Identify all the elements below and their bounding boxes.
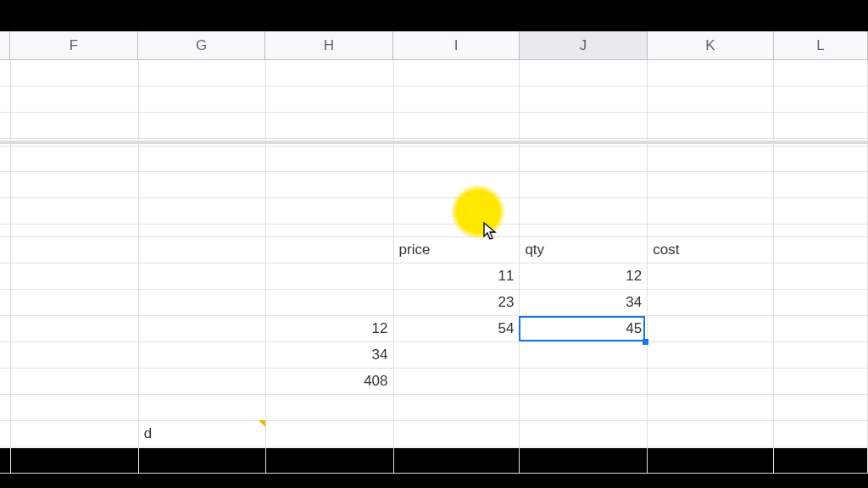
cell[interactable] bbox=[394, 86, 520, 113]
cell[interactable] bbox=[394, 198, 520, 225]
cell[interactable] bbox=[774, 395, 868, 421]
cell[interactable] bbox=[11, 395, 139, 421]
cell[interactable] bbox=[394, 369, 520, 395]
cell[interactable]: 34 bbox=[520, 290, 648, 316]
cell[interactable] bbox=[774, 290, 868, 316]
cell[interactable] bbox=[520, 172, 648, 198]
cell[interactable] bbox=[0, 113, 11, 139]
cell[interactable] bbox=[11, 113, 139, 139]
cell[interactable] bbox=[774, 225, 868, 237]
cell[interactable] bbox=[520, 395, 648, 421]
cell[interactable] bbox=[520, 198, 648, 225]
cell[interactable] bbox=[0, 60, 11, 86]
cell[interactable] bbox=[648, 86, 774, 113]
cell[interactable] bbox=[0, 263, 11, 290]
cell-d[interactable]: d bbox=[139, 421, 266, 447]
fill-handle[interactable] bbox=[643, 339, 648, 345]
cell[interactable] bbox=[139, 198, 266, 225]
cell[interactable] bbox=[394, 342, 520, 369]
cell[interactable] bbox=[520, 342, 648, 369]
cell[interactable] bbox=[648, 395, 774, 421]
cell[interactable] bbox=[774, 113, 868, 139]
cell[interactable] bbox=[266, 172, 394, 198]
cell[interactable] bbox=[648, 290, 774, 316]
cell-selected[interactable]: 45 bbox=[520, 316, 648, 342]
cell[interactable] bbox=[394, 447, 520, 474]
cell[interactable] bbox=[139, 447, 266, 474]
cell[interactable]: 12 bbox=[266, 316, 394, 342]
cell[interactable]: 54 bbox=[394, 316, 520, 342]
cell[interactable]: 23 bbox=[394, 290, 520, 316]
cell[interactable] bbox=[139, 342, 266, 369]
cell[interactable] bbox=[11, 146, 139, 172]
cell[interactable] bbox=[11, 86, 139, 113]
cell[interactable] bbox=[266, 447, 394, 474]
col-header-j[interactable]: J bbox=[520, 31, 648, 59]
frozen-row-divider[interactable] bbox=[0, 141, 868, 144]
cell[interactable] bbox=[394, 225, 520, 237]
col-header-h[interactable]: H bbox=[265, 31, 393, 59]
cell[interactable] bbox=[139, 113, 266, 139]
cell[interactable] bbox=[11, 263, 139, 290]
cell[interactable] bbox=[648, 146, 774, 172]
cell[interactable] bbox=[774, 172, 868, 198]
cell[interactable] bbox=[0, 172, 11, 198]
col-header-stub[interactable] bbox=[0, 31, 10, 59]
cell[interactable] bbox=[266, 421, 394, 447]
cell[interactable] bbox=[11, 369, 139, 395]
cell[interactable] bbox=[648, 198, 774, 225]
cell[interactable] bbox=[11, 342, 139, 369]
cell[interactable] bbox=[774, 86, 868, 113]
cell[interactable] bbox=[11, 421, 139, 447]
cell[interactable] bbox=[774, 421, 868, 447]
cell[interactable] bbox=[266, 395, 394, 421]
cell[interactable] bbox=[774, 198, 868, 225]
cell[interactable] bbox=[139, 395, 266, 421]
cell[interactable] bbox=[520, 146, 648, 172]
cell[interactable] bbox=[139, 225, 266, 237]
cell[interactable] bbox=[139, 290, 266, 316]
cell[interactable] bbox=[774, 342, 868, 369]
cell[interactable] bbox=[0, 395, 11, 421]
cell[interactable] bbox=[648, 447, 774, 474]
col-header-f[interactable]: F bbox=[10, 31, 138, 59]
cell[interactable] bbox=[774, 146, 868, 172]
cell[interactable] bbox=[394, 146, 520, 172]
cell[interactable] bbox=[11, 316, 139, 342]
cell[interactable]: 11 bbox=[394, 263, 520, 290]
cell[interactable] bbox=[648, 369, 774, 395]
col-header-k[interactable]: K bbox=[648, 31, 774, 59]
cell[interactable] bbox=[266, 263, 394, 290]
cell[interactable] bbox=[648, 225, 774, 237]
cell[interactable] bbox=[0, 369, 11, 395]
cell[interactable] bbox=[0, 198, 11, 225]
cell[interactable] bbox=[266, 86, 394, 113]
cell[interactable] bbox=[0, 421, 11, 447]
cell[interactable] bbox=[0, 237, 11, 263]
cell[interactable] bbox=[266, 237, 394, 263]
cell[interactable] bbox=[139, 60, 266, 86]
cell[interactable] bbox=[0, 447, 11, 474]
cell[interactable] bbox=[0, 86, 11, 113]
cell[interactable] bbox=[394, 395, 520, 421]
cell[interactable]: 34 bbox=[266, 342, 394, 369]
cell[interactable] bbox=[774, 237, 868, 263]
cell[interactable] bbox=[648, 421, 774, 447]
cell[interactable] bbox=[266, 225, 394, 237]
cell[interactable] bbox=[774, 447, 868, 474]
cell[interactable] bbox=[11, 60, 139, 86]
cell[interactable] bbox=[139, 86, 266, 113]
cell-qty-header[interactable]: qty bbox=[520, 237, 648, 263]
cell[interactable] bbox=[394, 113, 520, 139]
cell[interactable] bbox=[648, 113, 774, 139]
cell[interactable] bbox=[394, 172, 520, 198]
col-header-g[interactable]: G bbox=[138, 31, 265, 59]
cell[interactable] bbox=[520, 369, 648, 395]
cell[interactable] bbox=[11, 447, 139, 474]
cell[interactable]: 12 bbox=[520, 263, 648, 290]
cell[interactable]: 408 bbox=[266, 369, 394, 395]
cell-cost-header[interactable]: cost bbox=[648, 237, 774, 263]
cell[interactable] bbox=[139, 237, 266, 263]
cell[interactable] bbox=[648, 263, 774, 290]
cell[interactable] bbox=[394, 60, 520, 86]
